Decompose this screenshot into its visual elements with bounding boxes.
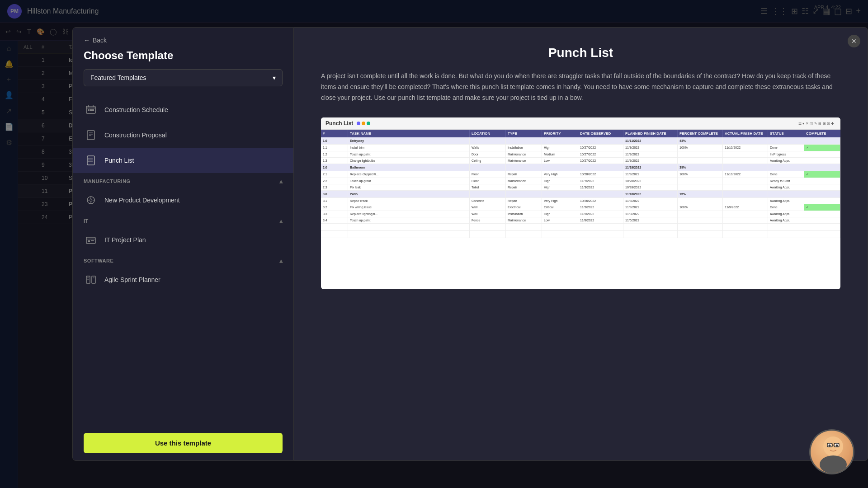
software-label: SOFTWARE: [84, 258, 113, 263]
left-panel-header: ← Back Choose Template Featured Template…: [73, 28, 293, 94]
dropdown-label: Featured Templates: [90, 74, 146, 81]
svg-rect-5: [90, 109, 92, 111]
svg-point-33: [823, 436, 843, 456]
use-template-button[interactable]: Use this template: [84, 433, 283, 453]
manufacturing-label: MANUFACTURING: [84, 178, 131, 184]
preview-group-bathroom: 2.0 Bathroom 11/18/2022 39%: [321, 164, 840, 171]
svg-point-17: [88, 161, 89, 162]
manufacturing-toggle-icon[interactable]: ▴: [279, 178, 283, 185]
preview-row-2-3: 2.3 Fix leak Toilet Repair High 11/3/202…: [321, 184, 840, 191]
software-section-header: SOFTWARE ▴: [73, 253, 293, 267]
preview-row-3-3: 3.3 Replace lighting fi... Wall Installa…: [321, 211, 840, 217]
new-product-dev-icon: [84, 193, 98, 207]
dot-2: [362, 122, 365, 125]
preview-row-1-2: 1.2 Touch up paint Door Maintenance Medi…: [321, 151, 840, 158]
preview-row-3-2: 3.2 Fix wiring issue Wall Electrical Cri…: [321, 204, 840, 211]
right-panel-content: Punch List A project isn't complete unti…: [294, 28, 868, 460]
construction-proposal-icon: [84, 128, 98, 142]
it-project-plan-label: IT Project Plan: [104, 236, 146, 244]
preview-title-bar: Punch List ☰ ▾ ✕ ◫ ✎ ⊟ ⊞ ⊡ ✚: [321, 117, 840, 130]
right-panel: ✕ Punch List A project isn't complete un…: [294, 27, 868, 461]
manufacturing-section-header: MANUFACTURING ▴: [73, 173, 293, 188]
agile-sprint-icon: [84, 272, 98, 287]
back-label: Back: [93, 37, 107, 44]
svg-rect-6: [92, 109, 94, 111]
svg-point-34: [820, 455, 847, 474]
svg-point-16: [88, 160, 89, 160]
template-preview-title: Punch List: [321, 46, 840, 60]
close-button[interactable]: ✕: [848, 35, 860, 47]
svg-point-37: [829, 445, 831, 447]
preview-row-1-1: 1.1 Install trim Walls Installation High…: [321, 145, 840, 151]
preview-empty-row-2: [321, 231, 840, 238]
svg-point-38: [836, 445, 838, 447]
preview-table-title: Punch List: [326, 120, 353, 127]
back-button[interactable]: ← Back: [84, 37, 283, 44]
preview-dots: [357, 122, 370, 125]
template-item-agile-sprint[interactable]: Agile Sprint Planner: [73, 267, 293, 292]
punch-list-label: Punch List: [104, 157, 134, 164]
preview-toolbar-icons: ☰ ▾ ✕ ◫ ✎ ⊟ ⊞ ⊡ ✚: [798, 122, 834, 126]
svg-rect-7: [87, 131, 94, 140]
back-arrow-icon: ←: [84, 37, 90, 44]
svg-rect-11: [87, 156, 94, 165]
it-toggle-icon[interactable]: ▴: [279, 217, 283, 225]
close-icon: ✕: [851, 38, 857, 45]
template-item-it-project-plan[interactable]: IT Project Plan: [73, 227, 293, 253]
svg-rect-29: [92, 276, 95, 283]
preview-empty-row: [321, 224, 840, 231]
preview-row-3-1: 3.1 Repair crack Concrete Repair Very Hi…: [321, 198, 840, 204]
preview-row-3-4: 3.4 Touch up paint Fence Maintenance Low…: [321, 217, 840, 224]
it-project-plan-icon: [84, 233, 98, 247]
preview-group-entryway: 1.0 Entryway 11/11/2022 43%: [321, 137, 840, 145]
preview-table-header: # TASK NAME LOCATION TYPE PRIORITY DATE …: [321, 130, 840, 137]
chevron-down-icon: ▾: [273, 74, 276, 81]
svg-rect-4: [88, 109, 90, 111]
template-item-construction-proposal[interactable]: Construction Proposal: [73, 122, 293, 148]
template-item-new-product-dev[interactable]: New Product Development: [73, 188, 293, 213]
svg-rect-25: [88, 240, 90, 242]
construction-schedule-icon: [84, 103, 98, 117]
preview-image: Punch List ☰ ▾ ✕ ◫ ✎ ⊟ ⊞ ⊡ ✚ # TASK NAME…: [321, 117, 840, 289]
dot-1: [357, 122, 360, 125]
svg-point-15: [88, 158, 89, 159]
preview-group-patio: 3.0 Patio 11/16/2022 15%: [321, 191, 840, 198]
construction-proposal-label: Construction Proposal: [104, 131, 167, 139]
svg-rect-27: [91, 242, 93, 242]
new-product-dev-label: New Product Development: [104, 197, 180, 204]
preview-row-2-2: 2.2 Touch up grout Floor Maintenance Hig…: [321, 178, 840, 184]
it-label: IT: [84, 218, 89, 224]
template-category-dropdown[interactable]: Featured Templates ▾: [84, 69, 283, 86]
construction-schedule-label: Construction Schedule: [104, 106, 168, 113]
template-list: Construction Schedule Construction Propo…: [73, 94, 293, 426]
user-avatar: [809, 429, 854, 474]
svg-rect-28: [86, 276, 90, 283]
punch-list-icon: [84, 153, 98, 168]
template-item-punch-list[interactable]: Punch List: [73, 148, 293, 173]
choose-template-title: Choose Template: [84, 49, 283, 62]
avatar-face: [811, 431, 853, 473]
template-item-construction-schedule[interactable]: Construction Schedule: [73, 97, 293, 122]
dot-3: [367, 122, 370, 125]
modal-container: ← Back Choose Template Featured Template…: [72, 27, 868, 461]
left-panel: ← Back Choose Template Featured Template…: [72, 27, 294, 461]
template-description: A project isn't complete until all the w…: [321, 71, 840, 103]
software-toggle-icon[interactable]: ▴: [279, 257, 283, 264]
preview-row-2-1: 2.1 Replace chipped ti... Floor Repair V…: [321, 171, 840, 178]
agile-sprint-label: Agile Sprint Planner: [104, 276, 160, 283]
svg-rect-23: [86, 237, 95, 244]
svg-rect-26: [91, 240, 94, 241]
preview-row-1-3: 1.3 Change lightbulbs Ceiling Maintenanc…: [321, 158, 840, 164]
it-section-header: IT ▴: [73, 213, 293, 227]
